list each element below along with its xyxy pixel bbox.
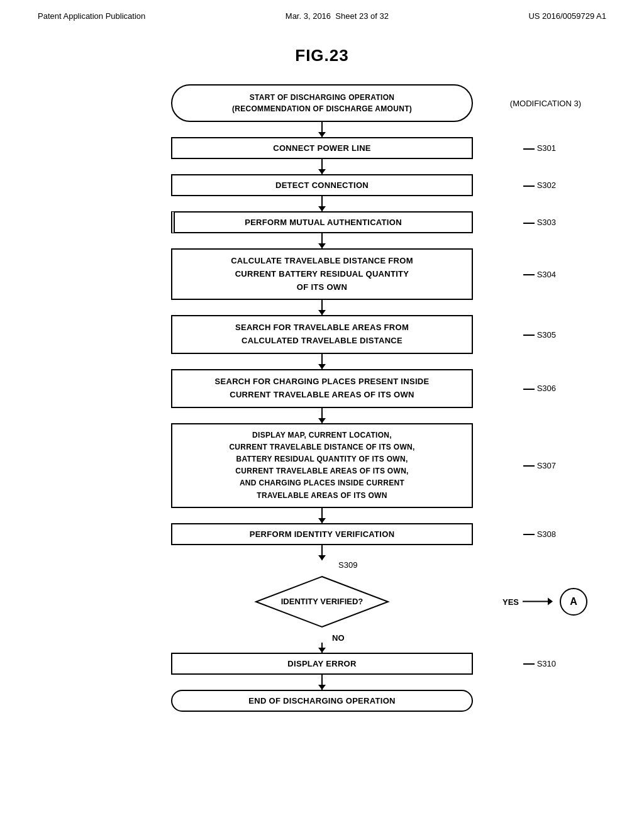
no-path: NO [311, 633, 333, 653]
arrow-3 [321, 196, 323, 211]
arrow-9 [321, 545, 323, 560]
yes-arrowhead [548, 598, 553, 606]
s303-row: PERFORM MUTUAL AUTHENTICATION S303 [25, 211, 619, 233]
s304-box: CALCULATE TRAVELABLE DISTANCE FROMCURREN… [171, 248, 473, 300]
diamond-text: IDENTITY VERIFIED? [265, 597, 379, 606]
s307-label: S307 [523, 461, 556, 470]
s307-row: DISPLAY MAP, CURRENT LOCATION, CURRENT T… [25, 423, 619, 508]
no-label: NO [316, 633, 344, 643]
s301-box: CONNECT POWER LINE [171, 137, 473, 159]
s310-box: DISPLAY ERROR [171, 653, 473, 675]
arrow-11 [321, 675, 323, 690]
s304-row: CALCULATE TRAVELABLE DISTANCE FROMCURREN… [25, 248, 619, 300]
arrow-1 [321, 122, 323, 137]
arrow-2 [321, 159, 323, 174]
arrow-6 [321, 354, 323, 369]
s305-box: SEARCH FOR TRAVELABLE AREAS FROMCALCULAT… [171, 315, 473, 354]
flowchart: START OF DISCHARGING OPERATION(RECOMMEND… [0, 84, 644, 737]
s304-label: S304 [523, 270, 556, 279]
yes-arrow-line [523, 601, 548, 602]
s302-label: S302 [523, 180, 556, 190]
header-publication: Patent Application Publication [38, 11, 145, 21]
s308-row: PERFORM IDENTITY VERIFICATION S308 [25, 523, 619, 545]
s301-row: CONNECT POWER LINE S301 [25, 137, 619, 159]
arrow-7 [321, 408, 323, 423]
modification-label: (MODIFICATION 3) [510, 99, 581, 108]
arrow-8 [321, 508, 323, 523]
header-date-sheet: Mar. 3, 2016 Sheet 23 of 32 [286, 11, 389, 21]
s308-box: PERFORM IDENTITY VERIFICATION [171, 523, 473, 545]
start-row: START OF DISCHARGING OPERATION(RECOMMEND… [25, 84, 619, 122]
yes-label: YES [502, 597, 519, 606]
s306-label: S306 [523, 384, 556, 393]
s301-label: S301 [523, 143, 556, 153]
arrow-4 [321, 233, 323, 248]
s302-box: DETECT CONNECTION [171, 174, 473, 196]
s302-row: DETECT CONNECTION S302 [25, 174, 619, 196]
start-box: START OF DISCHARGING OPERATION(RECOMMEND… [171, 84, 473, 122]
circle-a: A [560, 588, 587, 616]
page-header: Patent Application Publication Mar. 3, 2… [0, 0, 644, 27]
s310-label: S310 [523, 659, 556, 668]
s306-row: SEARCH FOR CHARGING PLACES PRESENT INSID… [25, 369, 619, 408]
s308-label: S308 [523, 529, 556, 539]
end-row: END OF DISCHARGING OPERATION [25, 690, 619, 712]
s303-box: PERFORM MUTUAL AUTHENTICATION [171, 211, 473, 233]
s309-label: S309 [338, 560, 357, 570]
s310-row: DISPLAY ERROR S310 [25, 653, 619, 675]
diamond-row: IDENTITY VERIFIED? YES A [25, 570, 619, 633]
s307-box: DISPLAY MAP, CURRENT LOCATION, CURRENT T… [171, 423, 473, 508]
s305-row: SEARCH FOR TRAVELABLE AREAS FROMCALCULAT… [25, 315, 619, 354]
s303-label: S303 [523, 218, 556, 227]
end-box: END OF DISCHARGING OPERATION [171, 690, 473, 712]
yes-arrow: YES [502, 597, 553, 606]
figure-title: FIG.23 [0, 46, 644, 65]
s305-label: S305 [523, 330, 556, 340]
s306-box: SEARCH FOR CHARGING PLACES PRESENT INSID… [171, 369, 473, 408]
arrow-5 [321, 300, 323, 315]
header-patent-number: US 2016/0059729 A1 [528, 11, 606, 21]
arrow-10 [321, 643, 323, 653]
